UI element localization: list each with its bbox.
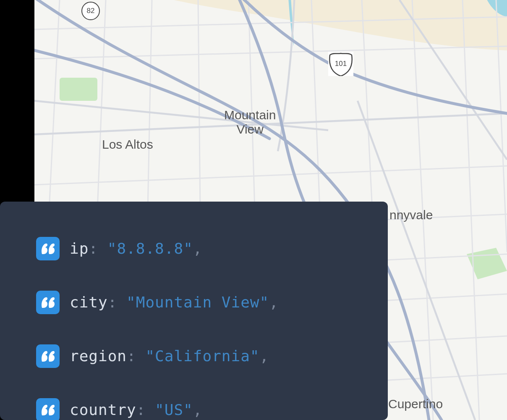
json-comma: , — [193, 401, 203, 418]
place-label-mountain-view: Mountain View — [224, 108, 276, 136]
json-value: "Mountain View" — [126, 294, 269, 311]
json-comma: , — [260, 347, 269, 365]
quote-icon — [36, 237, 60, 260]
code-row-city: city: "Mountain View", — [36, 291, 352, 314]
svg-rect-0 — [60, 78, 97, 101]
json-key: ip — [70, 240, 89, 257]
route-shield-82: 82 — [81, 2, 100, 20]
quote-icon — [36, 291, 60, 314]
json-colon: : — [89, 240, 98, 257]
place-label-cupertino: Cupertino — [388, 397, 443, 411]
json-colon: : — [127, 347, 136, 365]
json-value: "US" — [155, 401, 193, 418]
route-number: 82 — [87, 7, 95, 15]
place-label-sunnyvale: nnyvale — [389, 208, 433, 222]
json-comma: , — [269, 294, 279, 311]
json-colon: : — [136, 401, 146, 418]
code-row-country: country: "US", — [36, 398, 352, 420]
json-key: city — [70, 294, 108, 311]
json-value: "California" — [145, 347, 259, 365]
place-label-los-altos: Los Altos — [102, 137, 153, 152]
route-number: 101 — [335, 60, 347, 68]
route-shield-101: 101 — [328, 52, 353, 76]
json-key: region — [70, 347, 127, 365]
quote-icon — [36, 344, 60, 368]
json-value: "8.8.8.8" — [107, 240, 193, 257]
quote-icon — [36, 398, 60, 420]
code-row-ip: ip: "8.8.8.8", — [36, 237, 352, 260]
code-row-region: region: "California", — [36, 344, 352, 368]
code-panel: ip: "8.8.8.8", city: "Mountain View", re… — [0, 202, 388, 420]
json-key: country — [70, 401, 136, 418]
json-comma: , — [193, 240, 203, 257]
json-colon: : — [108, 294, 118, 311]
